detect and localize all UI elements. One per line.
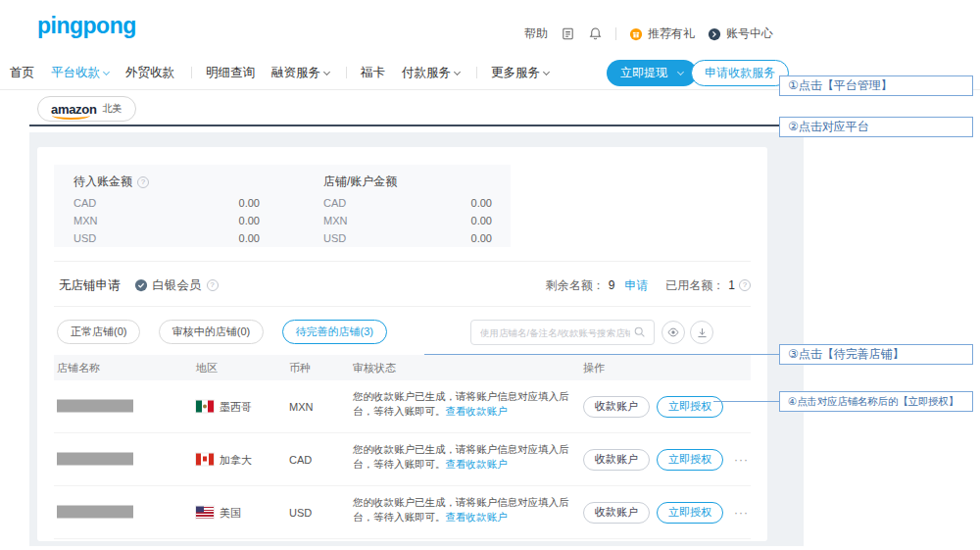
receiving-account-button[interactable]: 收款账户 <box>583 502 650 524</box>
nav-detail-query[interactable]: 明细查询 <box>206 65 255 81</box>
annotation-step-3: ③点击【待完善店铺】 <box>779 344 973 365</box>
help-icon[interactable] <box>207 279 219 291</box>
receiving-account-button[interactable]: 收款账户 <box>583 449 650 471</box>
authorize-now-button[interactable]: 立即授权 <box>657 396 723 418</box>
feedback-icon[interactable] <box>561 26 575 41</box>
shops-panel: 待入账金额 CAD0.00 MXN0.00 USD0.00 店铺/账户金额 CA… <box>37 147 767 541</box>
account-center-link[interactable]: 账号中心 <box>708 25 773 42</box>
chevron-down-icon <box>543 68 550 75</box>
annotation-step-1: ①点击【平台管理】 <box>779 75 973 96</box>
review-status-text: 您的收款账户已生成，请将账户信息对应填入后台，等待入账即可。查看收款账户 <box>353 495 586 525</box>
platform-tab-underline <box>29 125 779 126</box>
platform-tab-amazon[interactable]: amazon 北美 <box>37 96 136 122</box>
referral-label: 推荐有礼 <box>648 25 695 42</box>
balance-row: MXN0.00 <box>74 212 260 229</box>
header-region: 地区 <box>196 361 218 375</box>
nav-divider <box>346 67 347 78</box>
receiving-account-button[interactable]: 收款账户 <box>583 396 650 418</box>
apply-quota-link[interactable]: 申请 <box>624 277 648 294</box>
help-icon[interactable] <box>137 176 149 188</box>
download-button[interactable] <box>690 321 713 344</box>
more-actions-icon[interactable]: ··· <box>734 506 749 520</box>
amazon-logo: amazon <box>51 102 97 117</box>
platform-region-label: 北美 <box>103 102 122 116</box>
topbar: pingpong 帮助 推荐有礼 账号中心 <box>0 0 980 55</box>
tab-normal-shops[interactable]: 正常店铺(0) <box>57 320 140 344</box>
view-account-link[interactable]: 查看收款账户 <box>446 405 508 417</box>
topbar-divider <box>615 27 616 40</box>
page: pingpong 帮助 推荐有礼 账号中心 <box>0 0 980 550</box>
account-center-icon <box>708 27 721 41</box>
connector-line-step-3 <box>424 354 779 355</box>
view-account-link[interactable]: 查看收款账户 <box>446 458 508 470</box>
balance-row: USD0.00 <box>74 229 260 247</box>
quota-info: 剩余名额：9 申请 已用名额：1 <box>546 277 751 294</box>
country-label: 加拿大 <box>220 453 252 465</box>
nav-divider <box>191 67 192 78</box>
bell-icon[interactable] <box>588 26 603 41</box>
currency-label: CAD <box>289 454 312 466</box>
apply-collection-service-button[interactable]: 申请收款服务 <box>691 60 789 86</box>
nav-financing[interactable]: 融资服务 <box>271 65 329 81</box>
shop-row: 墨西哥 MXN 您的收款账户已生成，请将账户信息对应填入后台，等待入账即可。查看… <box>54 380 751 433</box>
tab-reviewing-shops[interactable]: 审核中的店铺(0) <box>159 320 264 344</box>
gift-icon <box>629 27 643 41</box>
review-status-text: 您的收款账户已生成，请将账户信息对应填入后台，等待入账即可。查看收款账户 <box>353 442 586 472</box>
authorize-now-button[interactable]: 立即授权 <box>657 449 723 471</box>
toggle-visibility-button[interactable] <box>662 321 685 344</box>
table-header: 店铺名称 地区 币种 审核状态 操作 <box>54 355 751 380</box>
currency-label: MXN <box>289 401 313 413</box>
balance-row: CAD0.00 <box>74 194 260 212</box>
balance-row: CAD0.00 <box>323 194 492 212</box>
connector-line-step-4 <box>713 401 779 402</box>
annotation-step-2: ②点击对应平台 <box>779 117 973 137</box>
shop-row: 美国 USD 您的收款账户已生成，请将账户信息对应填入后台，等待入账即可。查看收… <box>54 486 751 539</box>
nav-more-services[interactable]: 更多服务 <box>491 65 549 81</box>
nav-fuka[interactable]: 福卡 <box>361 65 385 81</box>
chevron-down-icon <box>323 68 330 75</box>
help-link[interactable]: 帮助 <box>524 25 548 42</box>
country-label: 美国 <box>220 506 241 518</box>
pending-balance-column: 待入账金额 CAD0.00 MXN0.00 USD0.00 <box>74 174 260 247</box>
remaining-quota-value: 9 <box>609 278 615 292</box>
topbar-right: 帮助 推荐有礼 账号中心 <box>524 25 773 42</box>
shop-search-input[interactable] <box>471 321 654 344</box>
member-level-icon <box>134 278 148 292</box>
no-shop-label: 无店铺申请 <box>59 277 121 294</box>
shop-search-box <box>470 320 655 345</box>
balance-panel: 待入账金额 CAD0.00 MXN0.00 USD0.00 店铺/账户金额 CA… <box>54 165 511 247</box>
nav-platform-collection[interactable]: 平台收款 <box>51 65 109 81</box>
shop-balance-column: 店铺/账户金额 CAD0.00 MXN0.00 USD0.00 <box>323 174 492 247</box>
nav-home[interactable]: 首页 <box>10 65 34 81</box>
balance-row: USD0.00 <box>323 229 492 247</box>
nav-payment-service[interactable]: 付款服务 <box>402 65 460 81</box>
flag-icon-usa <box>196 506 214 518</box>
remaining-quota-label: 剩余名额： <box>546 277 605 294</box>
shop-name-redacted <box>57 505 133 518</box>
shop-name-redacted <box>57 399 133 412</box>
header-actions: 操作 <box>583 361 605 375</box>
help-icon[interactable] <box>739 279 751 291</box>
nav-trade-collection[interactable]: 外贸收款 <box>125 65 174 81</box>
referral-link[interactable]: 推荐有礼 <box>629 25 695 42</box>
amazon-smile-icon <box>52 115 90 120</box>
search-icon[interactable] <box>633 325 647 339</box>
authorize-now-button[interactable]: 立即授权 <box>657 502 723 524</box>
account-center-label: 账号中心 <box>726 25 773 42</box>
withdraw-now-button[interactable]: 立即提现 <box>607 60 697 86</box>
header-currency: 币种 <box>289 361 311 375</box>
shop-filter-row: 正常店铺(0) 审核中的店铺(0) 待完善的店铺(3) <box>54 320 751 347</box>
pingpong-logo: pingpong <box>37 13 136 39</box>
nav-divider <box>476 67 477 78</box>
member-level-label: 白银会员 <box>153 277 202 294</box>
view-account-link[interactable]: 查看收款账户 <box>446 511 508 523</box>
chevron-down-icon <box>454 68 461 75</box>
more-actions-icon[interactable]: ··· <box>734 453 749 467</box>
balance-row: MXN0.00 <box>323 212 492 229</box>
shop-row: 加拿大 CAD 您的收款账户已生成，请将账户信息对应填入后台，等待入账即可。查看… <box>54 433 751 486</box>
country-label: 墨西哥 <box>220 400 252 412</box>
flag-icon-mexico <box>196 400 214 412</box>
divider <box>54 261 751 262</box>
membership-row: 无店铺申请 白银会员 剩余名额：9 申请 已用名额：1 <box>59 275 751 296</box>
tab-pending-shops[interactable]: 待完善的店铺(3) <box>282 320 387 344</box>
